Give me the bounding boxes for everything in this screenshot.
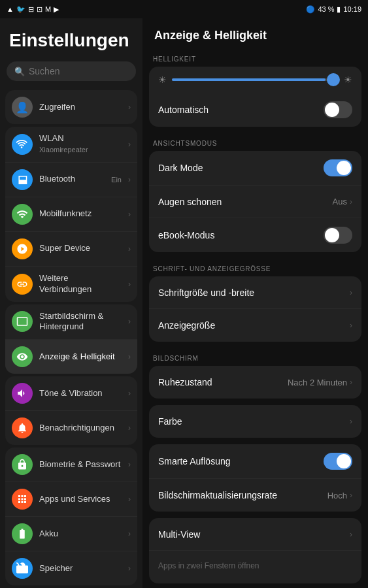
- smarteaufloesung-row: Smarte Auflösung: [149, 444, 361, 479]
- ebook-toggle[interactable]: [324, 227, 352, 244]
- benachrichtigungen-label: Benachrichtigungen: [39, 423, 122, 434]
- battery-icon: ▮: [337, 5, 341, 14]
- sidebar-item-verbindungen[interactable]: Weitere Verbindungen ›: [5, 267, 137, 302]
- ebook-toggle-knob: [325, 228, 339, 242]
- akku-chevron: ›: [128, 529, 131, 538]
- schriftgroesse-chevron: ›: [350, 288, 352, 297]
- smarteaufloesung-label: Smarte Auflösung: [158, 456, 324, 466]
- brightness-slider[interactable]: [172, 78, 339, 81]
- multiview-chevron: ›: [350, 530, 352, 539]
- augenschonen-chevron: ›: [350, 197, 352, 206]
- sidebar-group-2: WLANXiaomirepeater › ⬓ Bluetooth Ein › M…: [5, 127, 137, 302]
- sidebar-item-zugreifen[interactable]: 👤 Zugreifen ›: [5, 90, 137, 124]
- sidebar-item-benachrichtigungen[interactable]: Benachrichtigungen ›: [5, 411, 137, 445]
- card-multiview: Multi-View › Apps in zwei Fenstern öffne…: [149, 518, 361, 583]
- biometrie-label: Biometrie & Passwort: [39, 459, 122, 470]
- superdevice-label: Super Device: [39, 243, 122, 254]
- zugreifen-chevron: ›: [128, 103, 131, 112]
- sidebar-item-startbildschirm[interactable]: Startbildschirm & Hintergrund ›: [5, 304, 137, 340]
- startbildschirm-label: Startbildschirm & Hintergrund: [39, 311, 122, 333]
- aktualisierungsrate-value: Hoch: [327, 491, 347, 500]
- ruhezustand-row[interactable]: Ruhezustand Nach 2 Minuten ›: [149, 366, 361, 399]
- multiview-info-text: Apps in zwei Fenstern öffnen: [158, 561, 259, 570]
- automatisch-toggle[interactable]: [324, 101, 352, 118]
- search-input[interactable]: [29, 66, 128, 76]
- sidebar-item-apps[interactable]: Apps und Services ›: [5, 482, 137, 517]
- multiview-row[interactable]: Multi-View ›: [149, 518, 361, 551]
- wlan-icon: [12, 134, 33, 155]
- anzeige-icon: [12, 346, 33, 367]
- biometrie-chevron: ›: [128, 460, 131, 469]
- main-panel: Anzeige & Helligkeit HELLIGKEIT ☀ ☀ Auto…: [142, 0, 368, 588]
- anzeigegroesse-row[interactable]: Anzeigegröße ›: [149, 309, 361, 342]
- multiview-info-row: Apps in zwei Fenstern öffnen: [149, 551, 361, 583]
- status-right-icons: 🔵 43 % ▮ 10:19: [306, 5, 361, 14]
- sidebar-item-bluetooth[interactable]: ⬓ Bluetooth Ein ›: [5, 163, 137, 197]
- verbindungen-chevron: ›: [128, 280, 131, 289]
- augenschonen-value: Aus: [333, 197, 347, 206]
- main-title: Anzeige & Helligkeit: [142, 18, 368, 49]
- brightness-fill: [172, 78, 326, 81]
- schriftgroesse-row[interactable]: Schriftgröße und -breite ›: [149, 276, 361, 309]
- sidebar: Einstellungen 🔍 👤 Zugreifen › WLANXiaomi…: [0, 0, 142, 588]
- card-ruhezustand: Ruhezustand Nach 2 Minuten ›: [149, 366, 361, 399]
- farbe-row[interactable]: Farbe ›: [149, 405, 361, 438]
- sidebar-group-1: 👤 Zugreifen ›: [5, 90, 137, 124]
- sidebar-item-akku[interactable]: Akku ›: [5, 517, 137, 551]
- search-bar[interactable]: 🔍: [7, 61, 136, 81]
- sidebar-scroll: 👤 Zugreifen › WLANXiaomirepeater › ⬓ B: [0, 88, 142, 588]
- ebook-row: eBook-Modus: [149, 218, 361, 252]
- darkmode-toggle-knob: [337, 161, 351, 175]
- anzeigegroesse-chevron: ›: [350, 321, 352, 330]
- sidebar-item-wlan[interactable]: WLANXiaomirepeater ›: [5, 127, 137, 163]
- smarteaufloesung-toggle[interactable]: [324, 453, 352, 470]
- card-ansicht: Dark Mode Augen schonen Aus › eBook-Modu…: [149, 151, 361, 252]
- mobilfunknetz-icon: [12, 204, 33, 225]
- sidebar-group-3: Startbildschirm & Hintergrund › Anzeige …: [5, 304, 137, 374]
- sidebar-item-superdevice[interactable]: Super Device ›: [5, 232, 137, 267]
- anzeige-label: Anzeige & Helligkeit: [39, 351, 122, 363]
- speicher-label: Speicher: [39, 563, 122, 574]
- time-label: 10:19: [343, 5, 361, 13]
- sidebar-item-anzeige[interactable]: Anzeige & Helligkeit ›: [5, 340, 137, 374]
- brightness-thumb: [327, 73, 340, 86]
- akku-label: Akku: [39, 529, 122, 540]
- youtube-icon: ▶: [54, 5, 59, 14]
- status-bar: ▲ 🐦 ⊟ ⊡ M ▶ 🔵 43 % ▮ 10:19: [0, 0, 368, 18]
- bluetooth-label: Bluetooth: [39, 174, 105, 185]
- aktualisierungsrate-row[interactable]: Bildschirmaktualisierungsrate Hoch ›: [149, 479, 361, 512]
- sidebar-group-5: Biometrie & Passwort › Apps und Services…: [5, 448, 137, 585]
- card-aufloesung: Smarte Auflösung Bildschirmaktualisierun…: [149, 444, 361, 512]
- darkmode-row: Dark Mode: [149, 151, 361, 186]
- speicher-icon: [12, 558, 33, 579]
- toene-icon: [12, 383, 33, 404]
- sidebar-item-speicher[interactable]: Speicher ›: [5, 551, 137, 585]
- darkmode-toggle[interactable]: [324, 159, 352, 176]
- brightness-low-icon: ☀: [158, 74, 167, 85]
- aktualisierungsrate-chevron: ›: [350, 491, 352, 500]
- superdevice-chevron: ›: [128, 244, 131, 253]
- zugreifen-icon: 👤: [12, 97, 33, 118]
- brightness-row[interactable]: ☀ ☀: [149, 67, 361, 93]
- section-label-helligkeit: HELLIGKEIT: [142, 49, 368, 67]
- status-left-icons: ▲ 🐦 ⊟ ⊡ M ▶: [7, 5, 59, 14]
- twitter-icon: 🐦: [16, 5, 25, 14]
- section-label-schrift: SCHRIFT- UND ANZEIGEGRÖSSE: [142, 259, 368, 276]
- miui-icon: M: [45, 5, 51, 13]
- augenschonen-row[interactable]: Augen schonen Aus ›: [149, 186, 361, 218]
- smarteaufloesung-knob: [337, 454, 351, 468]
- schriftgroesse-label: Schriftgröße und -breite: [158, 287, 350, 298]
- apps-chevron: ›: [128, 495, 131, 504]
- automatisch-label: Automatisch: [158, 105, 324, 115]
- sidebar-item-mobilfunknetz[interactable]: Mobilfunknetz ›: [5, 197, 137, 232]
- automatisch-row: Automatisch: [149, 93, 361, 127]
- startbildschirm-icon: [12, 311, 33, 332]
- multiview-label: Multi-View: [158, 529, 350, 540]
- ruhezustand-value: Nach 2 Minuten: [288, 378, 347, 387]
- status-icon4: ⊡: [37, 5, 42, 14]
- benachrichtigungen-icon: [12, 417, 33, 438]
- augenschonen-label: Augen schonen: [158, 197, 333, 207]
- sidebar-item-biometrie[interactable]: Biometrie & Passwort ›: [5, 448, 137, 482]
- sidebar-group-4: Töne & Vibration › Benachrichtigungen ›: [5, 376, 137, 445]
- sidebar-item-toene[interactable]: Töne & Vibration ›: [5, 376, 137, 411]
